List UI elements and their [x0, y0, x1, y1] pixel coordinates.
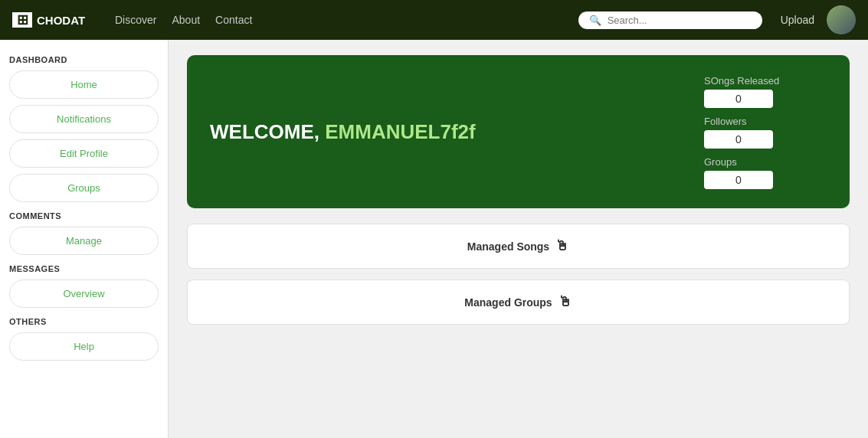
stat-label-2: Groups: [704, 156, 737, 168]
nav-right: Upload: [781, 5, 856, 34]
avatar-image: [827, 5, 856, 34]
main-content: WELCOME, EMMANUEL7f2f SOngs Released0Fol…: [169, 40, 868, 438]
logo-text: CHODAT: [37, 14, 85, 27]
managed-card-label-1: Managed Groups: [464, 296, 552, 309]
logo[interactable]: CHODAT: [12, 12, 97, 28]
stat-group-1: Followers0: [704, 116, 827, 149]
nav-link-about[interactable]: About: [172, 14, 200, 26]
upload-button[interactable]: Upload: [781, 14, 814, 26]
sidebar-item-home[interactable]: Home: [9, 70, 159, 99]
nav-link-contact[interactable]: Contact: [215, 14, 252, 26]
welcome-username: EMMANUEL7f2f: [319, 120, 476, 143]
search-input[interactable]: [608, 15, 752, 26]
sidebar-section-comments: COMMENTSManage: [9, 211, 159, 255]
stat-value-0: 0: [704, 90, 773, 108]
sidebar-section-messages: MESSAGESOverview: [9, 264, 159, 308]
stat-group-0: SOngs Released0: [704, 75, 827, 108]
sidebar-item-notifications[interactable]: Notifications: [9, 105, 159, 133]
stat-label-1: Followers: [704, 116, 747, 127]
sidebar-section-label-comments: COMMENTS: [9, 211, 159, 221]
stat-value-2: 0: [704, 171, 773, 189]
sidebar-section-label-dashboard: DASHBOARD: [9, 55, 159, 64]
navbar: CHODAT DiscoverAboutContact 🔍 Upload: [0, 0, 868, 40]
stat-value-1: 0: [704, 130, 773, 149]
welcome-text: WELCOME, EMMANUEL7f2f: [210, 120, 476, 144]
managed-cards: Managed Songs🖱Managed Groups🖱: [187, 224, 850, 325]
nav-links: DiscoverAboutContact: [115, 14, 560, 26]
nav-link-discover[interactable]: Discover: [115, 14, 156, 26]
stats-panel: SOngs Released0Followers0Groups0: [704, 75, 827, 189]
main-layout: DASHBOARDHomeNotificationsEdit ProfileGr…: [0, 40, 868, 438]
welcome-card: WELCOME, EMMANUEL7f2f SOngs Released0Fol…: [187, 55, 850, 208]
managed-card-1[interactable]: Managed Groups🖱: [187, 279, 850, 325]
stat-group-2: Groups0: [704, 156, 827, 189]
sidebar-section-others: OTHERSHelp: [9, 317, 159, 361]
avatar[interactable]: [827, 5, 856, 34]
sidebar-section-dashboard: DASHBOARDHomeNotificationsEdit ProfileGr…: [9, 55, 159, 202]
logo-icon: [12, 12, 32, 28]
managed-card-icon-0: 🖱: [555, 238, 569, 254]
stat-label-0: SOngs Released: [704, 75, 779, 87]
sidebar-item-help[interactable]: Help: [9, 332, 159, 361]
sidebar-item-manage[interactable]: Manage: [9, 227, 159, 255]
managed-card-0[interactable]: Managed Songs🖱: [187, 224, 850, 269]
managed-card-icon-1: 🖱: [558, 294, 572, 310]
sidebar-item-groups[interactable]: Groups: [9, 174, 159, 202]
sidebar-section-label-others: OTHERS: [9, 317, 159, 326]
managed-card-label-0: Managed Songs: [467, 240, 549, 253]
search-icon: 🔍: [589, 15, 601, 26]
sidebar: DASHBOARDHomeNotificationsEdit ProfileGr…: [0, 40, 169, 438]
sidebar-item-edit-profile[interactable]: Edit Profile: [9, 139, 159, 168]
sidebar-section-label-messages: MESSAGES: [9, 264, 159, 273]
search-bar[interactable]: 🔍: [578, 11, 762, 29]
welcome-prefix: WELCOME,: [210, 120, 319, 143]
sidebar-item-overview[interactable]: Overview: [9, 279, 159, 308]
